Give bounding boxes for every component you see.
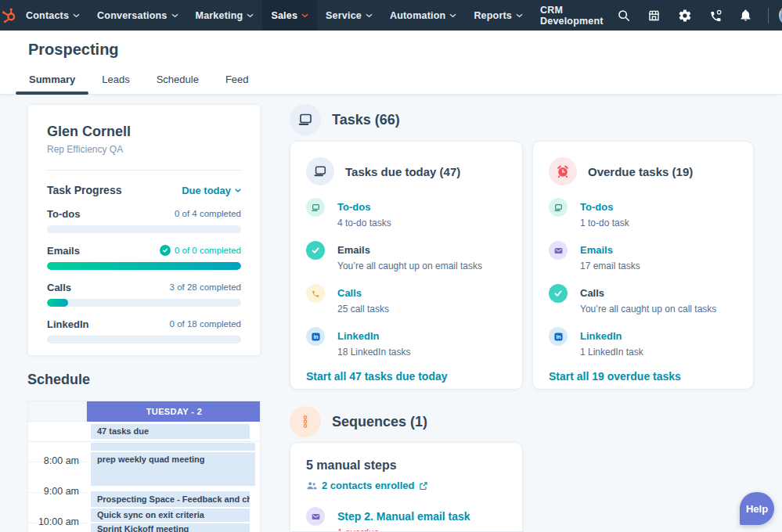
calendar-all-day-event[interactable]: 47 tasks due (91, 424, 250, 439)
divider (47, 170, 241, 171)
top-navigation: Contacts Conversations Marketing Sales S… (0, 0, 782, 31)
calendar-event[interactable]: Quick sync on exit criteria (91, 509, 250, 522)
start-all-due-today-link[interactable]: Start all 47 tasks due today (306, 370, 506, 383)
task-type-row-todos: To-dos 4 to-do tasks (306, 198, 506, 228)
chevron-down-icon (301, 13, 308, 18)
card-title: Overdue tasks (19) (588, 165, 693, 178)
call-icon (306, 284, 325, 303)
calls-count: 25 call tasks (337, 304, 389, 315)
calendar-event[interactable]: prep weekly quad meeting (91, 452, 255, 486)
overdue-tasks-card: Overdue tasks (19) To-dos 1 to-do task E… (532, 141, 754, 390)
nav-item-automation[interactable]: Automation (381, 0, 465, 31)
linkedin-icon: in (306, 327, 325, 346)
progress-row-emails: Emails 0 of 0 completed (47, 244, 241, 270)
progress-bar (47, 299, 241, 307)
nav-divider (768, 8, 769, 23)
linkedin-link[interactable]: LinkedIn (337, 327, 410, 346)
task-type-row-emails: Emails You’re all caught up on email tas… (306, 241, 506, 271)
sequences-section-title: Sequences (1) (332, 414, 427, 430)
sequence-step-overdue-badge: 1 overdue (337, 527, 470, 532)
tasks-icon (306, 157, 334, 185)
nav-item-label: CRM Development (540, 5, 604, 27)
help-button[interactable]: Help (740, 492, 774, 525)
sequence-step-link[interactable]: Step 2. Manual email task (337, 507, 470, 526)
calls-label: Calls (580, 284, 716, 303)
settings-icon[interactable] (673, 4, 697, 27)
linkedin-count: 1 LinkedIn task (580, 347, 643, 358)
task-type-row-linkedin: in LinkedIn 18 LinkedIn tasks (306, 327, 506, 358)
nav-item-sales[interactable]: Sales (262, 0, 317, 31)
check-icon (549, 284, 568, 303)
calendar-corner-cell (28, 401, 87, 422)
chevron-down-icon (449, 13, 456, 18)
main-content: Glen Cornell Rep Efficiency QA Task Prog… (0, 95, 782, 532)
marketplace-icon[interactable] (643, 4, 666, 27)
schedule-section-title: Schedule (27, 372, 90, 388)
tasks-due-today-card: Tasks due today (47) To-dos 4 to-do task… (290, 141, 523, 390)
sequence-icon (290, 406, 321, 437)
nav-item-crm-development[interactable]: CRM Development (532, 0, 612, 31)
tab-schedule[interactable]: Schedule (143, 64, 212, 94)
tab-bar: Summary Leads Schedule Feed (16, 64, 262, 94)
chevron-down-icon (247, 13, 254, 18)
progress-bar (47, 225, 241, 233)
emails-link[interactable]: Emails (580, 241, 640, 260)
contacts-enrolled-link[interactable]: 2 contacts enrolled (306, 480, 506, 491)
progress-status: 0 of 18 completed (170, 319, 241, 329)
due-today-filter-dropdown[interactable]: Due today (182, 185, 241, 196)
page-title: Prospecting (28, 41, 119, 59)
calls-status: You’re all caught up on call tasks (580, 304, 716, 315)
tab-summary[interactable]: Summary (16, 64, 88, 94)
task-progress-title: Task Progress (47, 184, 121, 196)
nav-item-marketing[interactable]: Marketing (187, 0, 263, 31)
progress-label: Calls (47, 282, 71, 293)
nav-item-reports[interactable]: Reports (465, 0, 532, 31)
nav-item-contacts[interactable]: Contacts (17, 0, 88, 31)
calls-link[interactable]: Calls (337, 284, 389, 303)
time-label-8am: 8:00 am (28, 455, 79, 466)
search-icon[interactable] (612, 4, 636, 27)
hubspot-sprocket-icon[interactable] (0, 0, 17, 31)
calendar-event[interactable]: Prospecting Space - Feedback and chat (91, 491, 250, 507)
todos-link[interactable]: To-dos (580, 198, 629, 217)
svg-text:in: in (313, 334, 318, 340)
start-all-overdue-link[interactable]: Start all 19 overdue tasks (549, 370, 737, 383)
todos-link[interactable]: To-dos (337, 198, 391, 217)
task-type-row-emails: Emails 17 email tasks (549, 241, 737, 271)
linkedin-icon: in (549, 327, 568, 346)
card-title: Tasks due today (47) (345, 165, 460, 178)
progress-status: 0 of 0 completed (160, 245, 241, 256)
progress-status: 0 of 4 completed (175, 209, 241, 218)
chevron-down-icon (73, 13, 80, 18)
chevron-down-icon (366, 13, 373, 18)
calling-icon[interactable] (704, 4, 727, 27)
task-type-row-todos: To-dos 1 to-do task (549, 198, 737, 228)
nav-item-label: Contacts (26, 10, 69, 21)
calendar-event[interactable] (91, 443, 255, 451)
sequence-card: 5 manual steps 2 contacts enrolled Step … (290, 442, 523, 532)
user-avatar[interactable] (779, 5, 782, 26)
linkedin-count: 18 LinkedIn tasks (337, 347, 410, 358)
tasks-section-title: Tasks (66) (332, 112, 400, 128)
chevron-down-icon (516, 13, 523, 18)
sequence-step-row: Step 2. Manual email task 1 overdue (306, 507, 506, 532)
linkedin-link[interactable]: LinkedIn (580, 327, 643, 346)
calendar-event[interactable]: Sprint Kickoff meeting (91, 523, 250, 532)
calendar-day-header[interactable]: TUESDAY - 2 (87, 401, 261, 422)
chevron-down-icon (171, 13, 178, 18)
nav-utilities (612, 0, 782, 31)
todos-count: 1 to-do task (580, 217, 629, 228)
tab-leads[interactable]: Leads (88, 64, 142, 94)
svg-text:in: in (556, 334, 560, 340)
external-link-icon (419, 481, 428, 491)
todo-icon (549, 198, 568, 217)
nav-item-service[interactable]: Service (317, 0, 381, 31)
tasks-icon (290, 104, 321, 135)
nav-item-label: Automation (390, 10, 445, 21)
nav-item-conversations[interactable]: Conversations (88, 0, 186, 31)
nav-menu: Contacts Conversations Marketing Sales S… (17, 0, 612, 31)
tasks-section-header: Tasks (66) (290, 104, 400, 135)
progress-bar (47, 336, 241, 343)
notifications-icon[interactable] (734, 4, 758, 27)
tab-feed[interactable]: Feed (212, 64, 262, 94)
